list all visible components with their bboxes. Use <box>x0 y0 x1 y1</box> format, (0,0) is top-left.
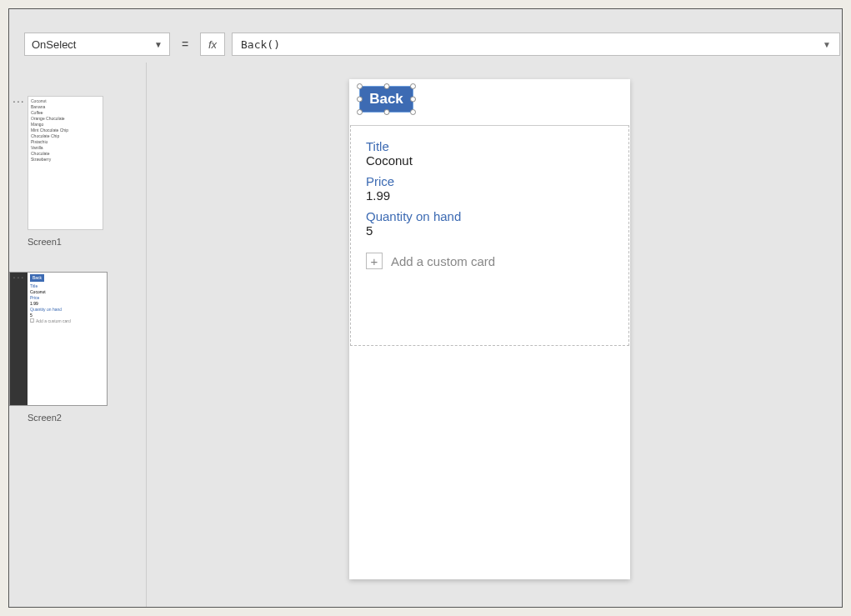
screen2-label: Screen2 <box>28 413 146 423</box>
resize-handle[interactable] <box>383 109 389 115</box>
list-item: Strawberry <box>31 157 100 163</box>
field-label-qty: Quantity on hand <box>366 209 613 223</box>
list-item: Vanilla <box>31 145 100 151</box>
field-label-title: Title <box>366 139 613 153</box>
screen1-label: Screen1 <box>28 237 146 247</box>
list-item: Mint Chocolate Chip <box>31 128 100 133</box>
mini-label: Title <box>30 283 104 289</box>
list-item: Mango <box>31 122 100 128</box>
equals-label: = <box>177 38 193 51</box>
resize-handle[interactable] <box>410 97 416 103</box>
list-item: Coconut <box>31 98 100 104</box>
resize-handle[interactable] <box>357 97 363 103</box>
selection-strip <box>10 273 28 405</box>
screen-thumbnail-block: ··· Coconut Banana Coffee Orange Chocola… <box>9 96 146 247</box>
property-dropdown-value: OnSelect <box>32 38 76 51</box>
mini-label: Price <box>30 295 104 301</box>
more-icon[interactable]: ··· <box>13 98 25 104</box>
field-value-title: Coconut <box>366 153 613 168</box>
field-value-qty: 5 <box>366 223 613 238</box>
chevron-down-icon: ▼ <box>154 40 163 49</box>
list-item: Orange Chocolate <box>31 116 100 122</box>
list-item: Pistachio <box>31 139 100 145</box>
screen1-mini-list: Coconut Banana Coffee Orange Chocolate M… <box>28 97 103 164</box>
formula-input[interactable]: Back() ▼ <box>232 33 840 56</box>
chevron-down-icon[interactable]: ▼ <box>823 40 831 49</box>
screens-panel: ··· Coconut Banana Coffee Orange Chocola… <box>9 63 147 607</box>
screen2-thumbnail[interactable]: Back Title Coconut Price 1.99 Quantity o… <box>9 272 108 406</box>
resize-handle[interactable] <box>410 83 416 89</box>
resize-handle[interactable] <box>357 109 363 115</box>
screen1-thumbnail[interactable]: Coconut Banana Coffee Orange Chocolate M… <box>28 96 103 230</box>
mini-value: Coconut <box>30 289 104 295</box>
resize-handle[interactable] <box>410 109 416 115</box>
plus-icon[interactable]: + <box>366 253 383 269</box>
list-item: Chocolate Chip <box>31 133 100 139</box>
back-button-label: Back <box>369 91 403 108</box>
field-label-price: Price <box>366 174 613 188</box>
back-button[interactable]: Back <box>359 86 413 113</box>
phone-canvas[interactable]: Back Title Coconut Price 1.99 Quantity o… <box>349 79 630 579</box>
formula-bar: OnSelect ▼ = fx Back() ▼ <box>24 33 840 56</box>
property-dropdown[interactable]: OnSelect ▼ <box>24 33 170 56</box>
mini-back-button: Back <box>30 274 44 282</box>
app-frame: OnSelect ▼ = fx Back() ▼ ··· Coconut Ban… <box>8 8 843 608</box>
fx-button[interactable]: fx <box>200 33 225 56</box>
mini-value: 5 <box>30 313 104 318</box>
list-item: Coffee <box>31 110 100 116</box>
detail-form[interactable]: Title Coconut Price 1.99 Quantity on han… <box>350 125 629 346</box>
add-card-label: Add a custom card <box>391 254 495 268</box>
field-value-price: 1.99 <box>366 188 613 203</box>
canvas-area[interactable]: Back Title Coconut Price 1.99 Quantity o… <box>147 63 842 607</box>
formula-text: Back() <box>241 38 280 51</box>
list-item: Chocolate <box>31 151 100 157</box>
resize-handle[interactable] <box>383 83 389 89</box>
screen-thumbnail-block: ··· Back Title Coconut Price 1.99 Quanti… <box>9 272 146 423</box>
list-item: Banana <box>31 104 100 110</box>
screen2-mini-content: Back Title Coconut Price 1.99 Quantity o… <box>28 273 107 405</box>
mini-add-card: +Add a custom card <box>30 318 104 324</box>
add-card-row[interactable]: + Add a custom card <box>366 253 613 269</box>
resize-handle[interactable] <box>357 83 363 89</box>
fx-icon: fx <box>208 38 217 51</box>
mini-label: Quantity on hand <box>30 307 104 313</box>
mini-value: 1.99 <box>30 301 104 307</box>
more-icon[interactable]: ··· <box>13 273 25 280</box>
